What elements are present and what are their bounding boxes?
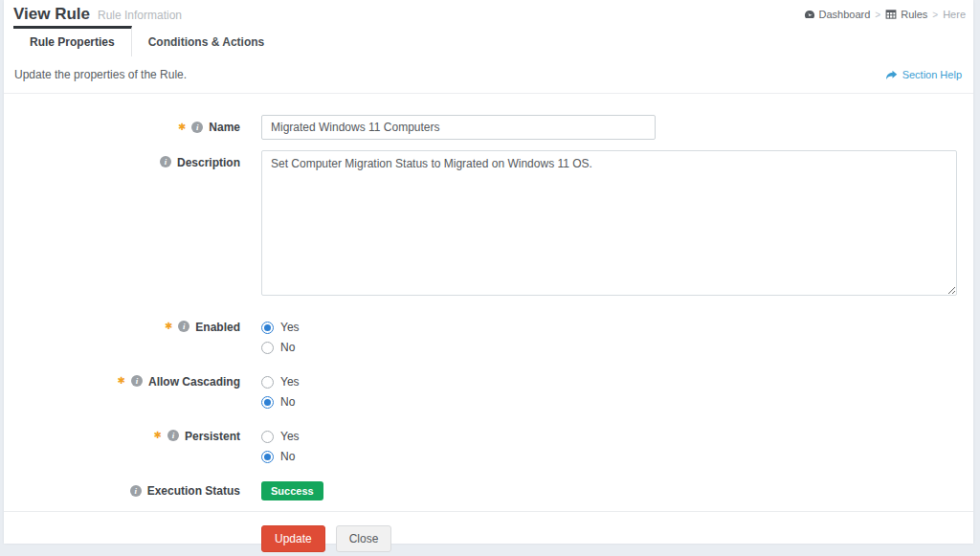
allow-cascading-yes-label: Yes <box>280 375 300 389</box>
execution-status-row: i Execution Status Success <box>4 481 973 500</box>
persistent-radio-group: Yes No <box>261 427 957 466</box>
persistent-no-label: No <box>280 450 295 463</box>
breadcrumb-rules[interactable]: Rules <box>885 9 927 20</box>
page-subtitle: Rule Information <box>98 9 182 22</box>
close-button[interactable]: Close <box>336 525 392 552</box>
content-card: View Rule Rule Information Dashboard > <box>4 0 973 544</box>
tab-rule-properties[interactable]: Rule Properties <box>13 26 132 56</box>
radio-icon <box>261 376 274 389</box>
enabled-no-radio[interactable]: No <box>261 338 957 357</box>
info-icon[interactable]: i <box>167 430 179 441</box>
required-icon: ✱ <box>178 122 186 133</box>
dashboard-icon <box>804 9 815 20</box>
allow-cascading-no-radio[interactable]: No <box>261 392 957 411</box>
status-badge: Success <box>261 481 323 500</box>
description-textarea[interactable]: Set Computer Migration Status to Migrate… <box>261 150 957 296</box>
required-icon: ✱ <box>165 321 172 332</box>
section-bar: Update the properties of the Rule. Secti… <box>4 56 973 94</box>
allow-cascading-radio-group: Yes No <box>261 372 957 411</box>
breadcrumb-dashboard-label: Dashboard <box>819 9 871 20</box>
radio-icon <box>261 322 274 334</box>
breadcrumb-rules-label: Rules <box>901 9 927 20</box>
required-icon: ✱ <box>118 375 125 387</box>
breadcrumb-dashboard[interactable]: Dashboard <box>804 9 871 20</box>
persistent-yes-label: Yes <box>280 430 300 443</box>
breadcrumb: Dashboard > Rules > Here <box>804 9 966 20</box>
section-help-label: Section Help <box>902 69 962 80</box>
section-description: Update the properties of the Rule. <box>14 68 187 81</box>
description-row: i Description Set Computer Migration Sta… <box>4 150 973 300</box>
info-icon[interactable]: i <box>178 321 189 332</box>
info-icon[interactable]: i <box>131 375 143 387</box>
page-title: View Rule <box>13 5 90 24</box>
name-row: ✱ i Name <box>4 115 973 140</box>
breadcrumb-current: Here <box>943 9 966 20</box>
breadcrumb-separator: > <box>875 10 880 20</box>
tab-bar: Rule Properties Conditions & Actions <box>4 26 973 56</box>
radio-icon <box>261 431 274 443</box>
enabled-radio-group: Yes No <box>261 318 957 357</box>
radio-icon <box>261 396 274 409</box>
update-button[interactable]: Update <box>261 525 325 552</box>
info-icon[interactable]: i <box>160 156 171 167</box>
enabled-no-label: No <box>280 341 295 354</box>
info-icon[interactable]: i <box>130 485 142 497</box>
persistent-row: ✱ i Persistent Yes No <box>4 427 973 466</box>
form-footer: Update Close <box>4 511 973 556</box>
execution-status-label: Execution Status <box>147 484 240 498</box>
persistent-no-radio[interactable]: No <box>261 447 957 466</box>
tab-conditions-actions[interactable]: Conditions & Actions <box>132 26 281 56</box>
description-label: Description <box>177 156 240 169</box>
enabled-yes-radio[interactable]: Yes <box>261 318 957 337</box>
enabled-yes-label: Yes <box>280 321 300 334</box>
allow-cascading-yes-radio[interactable]: Yes <box>261 372 957 391</box>
allow-cascading-no-label: No <box>280 395 295 409</box>
breadcrumb-separator: > <box>932 10 938 20</box>
info-icon[interactable]: i <box>191 122 203 133</box>
persistent-label: Persistent <box>185 430 240 443</box>
section-help-link[interactable]: Section Help <box>885 69 962 80</box>
help-arrow-icon <box>885 70 898 80</box>
radio-icon <box>261 342 274 354</box>
page-header: View Rule Rule Information Dashboard > <box>4 0 973 26</box>
radio-icon <box>261 451 274 463</box>
table-icon <box>885 9 897 20</box>
rule-properties-form: ✱ i Name i Description Set Computer Migr… <box>4 94 973 511</box>
allow-cascading-label: Allow Cascading <box>148 375 240 389</box>
name-label: Name <box>209 121 240 134</box>
persistent-yes-radio[interactable]: Yes <box>261 427 957 446</box>
name-input[interactable] <box>261 115 656 140</box>
allow-cascading-row: ✱ i Allow Cascading Yes No <box>4 372 973 411</box>
required-icon: ✱ <box>154 430 162 441</box>
enabled-row: ✱ i Enabled Yes No <box>4 318 973 357</box>
enabled-label: Enabled <box>195 321 240 334</box>
